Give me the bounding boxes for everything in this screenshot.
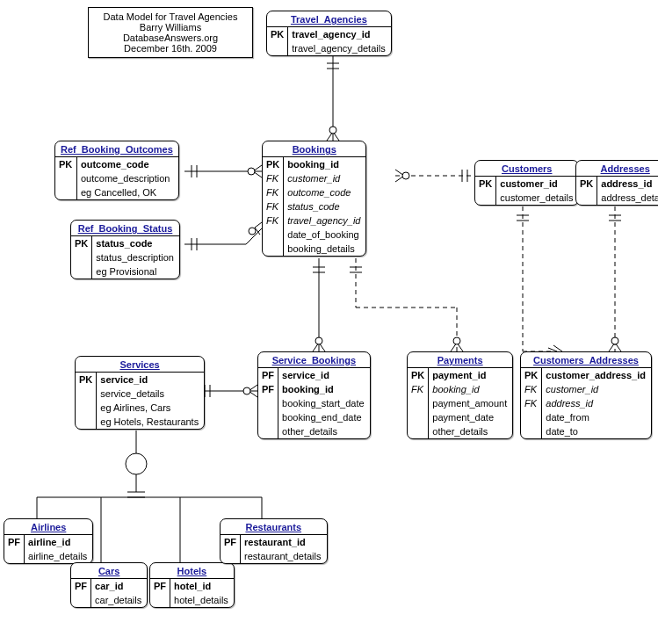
key-cell <box>4 549 25 563</box>
erd-connectors <box>0 0 658 644</box>
attr-cell: restaurant_id <box>241 535 327 549</box>
entity-row: PKpayment_id <box>408 368 512 382</box>
entity-row: other_details <box>408 424 512 438</box>
key-cell <box>408 410 429 424</box>
attr-cell: date_from <box>542 410 651 424</box>
entity-row: FKstatus_code <box>263 199 365 213</box>
key-cell: PK <box>408 368 429 382</box>
entity-row: booking_start_date <box>258 396 370 410</box>
attr-cell: outcome_code <box>76 157 177 171</box>
attr-cell: date_to <box>542 424 651 438</box>
key-cell <box>521 410 542 424</box>
attr-cell: customer_address_id <box>542 368 651 382</box>
entity-row: PFrestaurant_id <box>221 535 327 549</box>
entity-ref-booking-status: Ref_Booking_Status PKstatus_code status_… <box>70 220 180 279</box>
key-cell: PF <box>221 535 241 549</box>
attr-cell: eg Airlines, Cars <box>97 401 204 415</box>
entity-row: airline_details <box>4 549 92 563</box>
key-cell: PK <box>76 373 97 387</box>
key-cell <box>76 401 97 415</box>
entity-title: Service_Bookings <box>258 352 370 368</box>
attr-cell: hotel_details <box>170 593 234 607</box>
key-cell: FK <box>263 199 284 213</box>
entity-body: PFservice_idPFbooking_id booking_start_d… <box>258 368 370 438</box>
svg-point-20 <box>315 337 322 344</box>
attr-cell: hotel_id <box>170 579 234 593</box>
entity-title: Services <box>76 357 204 373</box>
key-cell <box>71 250 92 264</box>
entity-title: Hotels <box>150 563 234 579</box>
attr-cell: booking_end_date <box>278 410 370 424</box>
entity-row: PFairline_id <box>4 535 92 549</box>
attr-cell: address_details <box>597 191 658 205</box>
attr-cell: address_id <box>597 177 658 191</box>
entity-body: PKoutcome_code outcome_description eg Ca… <box>55 157 178 199</box>
entity-row: PKservice_id <box>76 373 204 387</box>
entity-service-bookings: Service_Bookings PFservice_idPFbooking_i… <box>257 351 371 439</box>
key-cell: FK <box>263 171 284 185</box>
key-cell <box>71 264 92 279</box>
entity-body: PKservice_id service_details eg Airlines… <box>76 373 204 429</box>
entity-title: Airlines <box>4 519 92 535</box>
svg-point-26 <box>453 337 460 344</box>
attr-cell: car_details <box>91 593 148 607</box>
entity-title: Ref_Booking_Outcomes <box>55 141 178 157</box>
entity-row: address_details <box>576 191 658 205</box>
entity-body: PFhotel_id hotel_details <box>150 579 234 607</box>
entity-body: PKcustomer_address_idFKcustomer_idFKaddr… <box>521 368 651 438</box>
entity-ref-booking-outcomes: Ref_Booking_Outcomes PKoutcome_code outc… <box>54 141 179 200</box>
attr-cell: booking_details <box>284 242 366 256</box>
attr-cell: booking_id <box>429 382 513 396</box>
key-cell <box>221 549 241 563</box>
entity-row: PKcustomer_id <box>475 177 578 191</box>
entity-title: Bookings <box>263 141 365 157</box>
entity-row: FKtravel_agency_id <box>263 213 365 228</box>
entity-row: status_description <box>71 250 179 264</box>
key-cell: FK <box>521 396 542 410</box>
attr-cell: travel_agency_details <box>288 41 391 55</box>
svg-point-3 <box>329 127 336 134</box>
entity-row: PKcustomer_address_id <box>521 368 651 382</box>
key-cell: FK <box>263 185 284 199</box>
entity-title: Travel_Agencies <box>267 11 391 27</box>
note-line: Data Model for Travel Agencies <box>96 11 245 22</box>
key-cell: PF <box>71 579 91 593</box>
entity-row: payment_amount <box>408 396 512 410</box>
attr-cell: booking_id <box>284 157 366 171</box>
svg-point-16 <box>402 172 409 179</box>
key-cell <box>55 185 76 199</box>
key-cell: PK <box>521 368 542 382</box>
entity-row: car_details <box>71 593 147 607</box>
entity-body: PKtravel_agency_id travel_agency_details <box>267 27 391 55</box>
entity-title: Addresses <box>576 161 658 177</box>
key-cell <box>475 191 496 205</box>
attr-cell: payment_amount <box>429 396 513 410</box>
entity-hotels: Hotels PFhotel_id hotel_details <box>149 562 235 608</box>
attr-cell: restaurant_details <box>241 549 327 563</box>
attr-cell: status_description <box>92 250 179 264</box>
key-cell: PF <box>4 535 25 549</box>
attr-cell: airline_id <box>25 535 93 549</box>
entity-row: PKoutcome_code <box>55 157 178 171</box>
entity-row: other_details <box>258 424 370 438</box>
attr-cell: other_details <box>278 424 370 438</box>
entity-row: customer_details <box>475 191 578 205</box>
attr-cell: customer_details <box>496 191 579 205</box>
key-cell <box>76 415 97 429</box>
entity-services: Services PKservice_id service_details eg… <box>75 356 205 430</box>
entity-body: PKaddress_id address_details <box>576 177 658 205</box>
entity-row: PKbooking_id <box>263 157 365 171</box>
entity-row: booking_end_date <box>258 410 370 424</box>
svg-line-9 <box>246 228 262 244</box>
entity-row: outcome_description <box>55 171 178 185</box>
key-cell <box>263 228 284 242</box>
attr-cell: travel_agency_id <box>288 27 391 41</box>
entity-customers-addresses: Customers_Addresses PKcustomer_address_i… <box>520 351 652 439</box>
attr-cell: outcome_description <box>76 171 177 185</box>
entity-body: PKstatus_code status_description eg Prov… <box>71 236 179 279</box>
attr-cell: eg Provisional <box>92 264 179 279</box>
entity-customers: Customers PKcustomer_id customer_details <box>474 160 579 206</box>
key-cell: PK <box>475 177 496 191</box>
key-cell <box>521 424 542 438</box>
entity-row: travel_agency_details <box>267 41 391 55</box>
